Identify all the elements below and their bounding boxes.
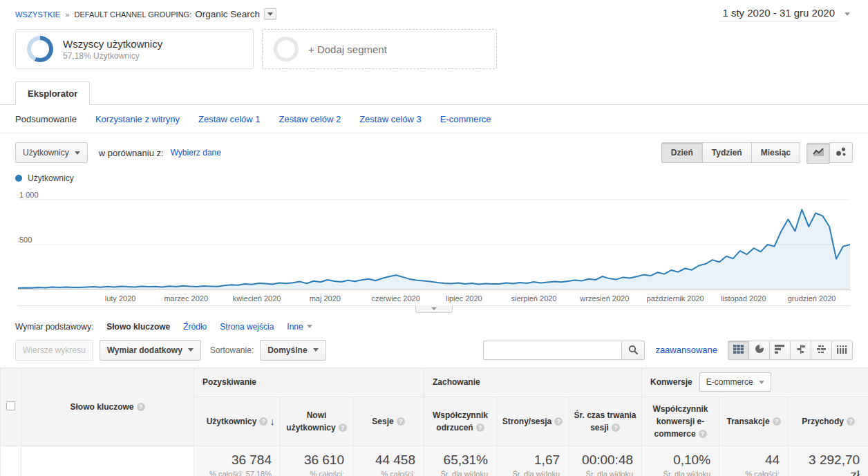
x-axis-month-label: lipiec 2020 — [446, 294, 482, 303]
totals-subtext: % całości: 57,16% — [289, 469, 344, 476]
table-view-button[interactable] — [728, 341, 749, 360]
legend-dot-icon — [15, 175, 22, 182]
plot-rows-button[interactable]: Wiersze wykresu — [15, 340, 93, 361]
dimension-item-label: Inne — [287, 322, 303, 332]
search-icon — [628, 345, 639, 355]
totals-metric-cell-8: 3 292,70 zł% całości: 23,50%(14 008,92 z… — [789, 446, 868, 476]
column-header-label: Przychody — [802, 417, 844, 426]
tab-explorer[interactable]: Eksplorator — [15, 82, 90, 105]
search-input[interactable] — [483, 341, 621, 360]
totals-value: 36 610 — [289, 453, 344, 468]
secondary-dimension-button[interactable]: Wymiar dodatkowy — [100, 340, 201, 361]
chart-legend: Użytkownicy — [0, 168, 868, 184]
chevron-down-icon — [313, 348, 319, 352]
add-segment-label: + Dodaj segment — [308, 44, 387, 55]
comparison-view-icon — [795, 344, 806, 356]
column-header-6[interactable]: Współczynnik konwersji e-commerce? — [642, 397, 719, 446]
users-line-chart[interactable] — [18, 186, 850, 289]
totals-metric-cell-3: 65,31%Śr. dla widoku danych: 59,49%(9,78… — [424, 446, 497, 476]
column-header-4[interactable]: Strony/sesja? — [497, 397, 569, 446]
dimension-item-1[interactable]: Źródło — [183, 322, 207, 332]
table-toolbar: Wiersze wykresu Wymiar dodatkowy Sortowa… — [0, 338, 868, 368]
sort-select[interactable]: Domyślne — [260, 340, 326, 361]
x-axis-month-label: grudzień 2020 — [788, 294, 836, 303]
help-icon[interactable]: ? — [699, 430, 707, 438]
column-header-7[interactable]: Transakcje? — [719, 397, 789, 446]
select-all-checkbox[interactable] — [6, 401, 15, 410]
help-icon[interactable]: ? — [339, 423, 347, 432]
date-range-picker[interactable]: 1 sty 2020 - 31 gru 2020 — [719, 7, 850, 21]
add-segment-button[interactable]: + Dodaj segment — [262, 29, 497, 69]
help-icon[interactable]: ? — [476, 423, 484, 432]
column-header-0[interactable]: Użytkownicy?↓ — [194, 397, 281, 446]
metric-select-value: Użytkownicy — [23, 148, 69, 158]
line-chart-icon — [813, 147, 824, 160]
conversions-type-value: E-commerce — [706, 377, 753, 387]
x-axis-month-label: kwiecień 2020 — [233, 294, 281, 303]
help-icon[interactable]: ? — [612, 423, 620, 432]
y-axis-tick-500: 500 — [19, 236, 32, 244]
granularity-2-button[interactable]: Miesiąc — [751, 142, 800, 163]
help-icon[interactable]: ? — [137, 403, 145, 411]
column-header-8[interactable]: Przychody? — [789, 397, 868, 446]
pivot-view-button[interactable] — [831, 341, 853, 360]
column-header-5[interactable]: Śr. czas trwania sesji? — [569, 397, 642, 446]
x-axis-month-label: czerwiec 2020 — [371, 294, 419, 303]
subnav-item-5[interactable]: E-commerce — [440, 114, 491, 124]
term-cloud-view-button[interactable] — [811, 341, 832, 360]
channel-grouping-dropdown[interactable] — [264, 8, 276, 20]
subnav-item-4[interactable]: Zestaw celów 3 — [359, 114, 422, 124]
segment-ring-icon — [274, 37, 299, 61]
totals-metric-cell-4: 1,67Śr. dla widoku danych: 2,13(-21,59%) — [497, 446, 569, 476]
help-icon[interactable]: ? — [397, 417, 405, 426]
subnav-item-2[interactable]: Zestaw celów 1 — [198, 114, 261, 124]
motion-chart-button[interactable] — [829, 142, 853, 163]
chevron-down-icon — [431, 307, 437, 310]
column-header-label: Sesje — [372, 417, 393, 426]
breadcrumb-all-link[interactable]: WSZYSTKIE — [15, 10, 60, 19]
totals-value: 00:00:48 — [577, 453, 633, 468]
advanced-filter-link[interactable]: zaawansowane — [655, 345, 717, 355]
help-icon[interactable]: ? — [773, 417, 781, 426]
comparison-view-button[interactable] — [790, 341, 811, 360]
line-chart-button[interactable] — [806, 143, 830, 164]
chevron-down-icon — [307, 325, 312, 328]
subnav-item-1[interactable]: Korzystanie z witryny — [95, 114, 180, 124]
totals-value: 1,67 — [505, 453, 560, 468]
dimension-item-0[interactable]: Słowo kluczowe — [106, 322, 170, 332]
totals-metric-cell-0: 36 784% całości: 57,18%(64 335) — [194, 446, 281, 476]
subnav: PodsumowanieKorzystanie z witrynyZestaw … — [0, 105, 868, 133]
help-icon[interactable]: ? — [554, 417, 563, 426]
segment-card-all-users[interactable]: Wszyscy użytkownicy 57,18% Użytkownicy — [15, 29, 254, 69]
totals-value: 44 458 — [361, 453, 415, 468]
column-header-label: Strony/sesja — [502, 417, 551, 426]
performance-view-button[interactable] — [769, 341, 791, 360]
vs-label: w porównaniu z: — [99, 148, 164, 158]
column-header-3[interactable]: Współczynnik odrzuceń? — [424, 397, 497, 446]
breadcrumb: WSZYSTKIE » DEFAULT CHANNEL GROUPING: Or… — [0, 0, 868, 24]
totals-value: 44 — [728, 453, 780, 468]
percentage-view-button[interactable] — [748, 341, 770, 360]
conversions-type-select[interactable]: E-commerce — [699, 372, 771, 392]
dimension-item-3[interactable]: Inne — [287, 322, 312, 332]
x-axis-month-label: maj 2020 — [310, 294, 341, 303]
dimension-item-2[interactable]: Strona wejścia — [220, 322, 274, 332]
column-header-2[interactable]: Sesje? — [353, 397, 424, 446]
subnav-item-0[interactable]: Podsumowanie — [15, 114, 77, 124]
granularity-0-button[interactable]: Dzień — [661, 142, 703, 163]
totals-metric-cell-1: 36 610% całości: 57,16%(64 050) — [281, 446, 353, 476]
segment-title: Wszyscy użytkownicy — [63, 38, 162, 50]
chart-collapse-button[interactable] — [415, 305, 453, 313]
granularity-1-button[interactable]: Tydzień — [702, 142, 752, 163]
chevron-down-icon — [759, 381, 764, 384]
subnav-item-3[interactable]: Zestaw celów 2 — [279, 114, 341, 124]
search-button[interactable] — [621, 341, 645, 360]
sort-descending-icon: ↓ — [270, 413, 276, 429]
column-header-1[interactable]: Nowi użytkownicy? — [281, 397, 353, 446]
select-metric-link[interactable]: Wybierz dane — [171, 148, 221, 158]
help-icon[interactable]: ? — [259, 417, 267, 426]
table-search — [483, 341, 645, 360]
help-icon[interactable]: ? — [847, 417, 855, 426]
metric-select[interactable]: Użytkownicy — [15, 142, 88, 163]
dimension-item-label: Słowo kluczowe — [106, 322, 170, 332]
